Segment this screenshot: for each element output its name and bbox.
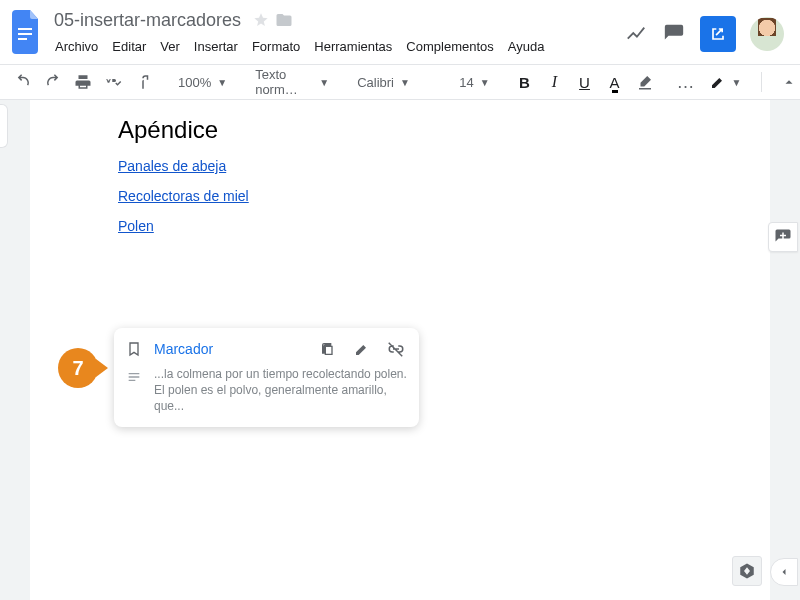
toolbar: 100%▼ Texto norm…▼ Calibri▼ 14▼ B I U A … [0, 64, 800, 100]
font-select[interactable]: Calibri▼ [351, 69, 437, 95]
link-panales[interactable]: Panales de abeja [118, 158, 770, 174]
link-recolectoras[interactable]: Recolectoras de miel [118, 188, 770, 204]
edit-bookmark-button[interactable] [351, 338, 373, 360]
menu-complementos[interactable]: Complementos [399, 35, 500, 58]
font-size-value: 14 [459, 75, 473, 90]
text-color-glyph: A [610, 74, 620, 91]
collapse-toolbar-button[interactable] [776, 69, 800, 95]
comments-icon[interactable] [662, 22, 686, 46]
menu-insertar[interactable]: Insertar [187, 35, 245, 58]
print-button[interactable] [70, 69, 96, 95]
outline-toggle[interactable] [0, 104, 8, 148]
heading-apendice[interactable]: Apéndice [118, 116, 770, 144]
highlight-color-button[interactable] [632, 69, 658, 95]
italic-button[interactable]: I [542, 69, 568, 95]
caret-down-icon: ▼ [319, 77, 329, 88]
docs-logo[interactable] [6, 6, 46, 58]
spellcheck-button[interactable] [100, 69, 126, 95]
menu-herramientas[interactable]: Herramientas [307, 35, 399, 58]
move-folder-icon[interactable] [275, 11, 293, 29]
bold-button[interactable]: B [512, 69, 538, 95]
menubar: Archivo Editar Ver Insertar Formato Herr… [48, 34, 624, 58]
svg-rect-0 [18, 28, 32, 30]
underline-button[interactable]: U [572, 69, 598, 95]
text-color-button[interactable]: A [602, 69, 628, 95]
redo-button[interactable] [40, 69, 66, 95]
remove-link-button[interactable] [385, 338, 407, 360]
copy-link-button[interactable] [317, 338, 339, 360]
bookmark-popover: Marcador ...la colmena por un tiempo rec… [114, 328, 419, 427]
explore-button[interactable] [732, 556, 762, 586]
editing-mode-select[interactable]: ▼ [704, 69, 748, 95]
paragraph-style-value: Texto norm… [255, 67, 313, 97]
tutorial-step-badge: 7 [58, 348, 98, 388]
menu-ayuda[interactable]: Ayuda [501, 35, 552, 58]
font-value: Calibri [357, 75, 394, 90]
more-tools-button[interactable]: … [674, 69, 700, 95]
zoom-value: 100% [178, 75, 211, 90]
bookmark-snippet: ...la colmena por un tiempo recolectando… [154, 366, 407, 415]
bookmark-link[interactable]: Marcador [154, 341, 213, 357]
add-comment-side-button[interactable] [768, 222, 798, 252]
paragraph-style-select[interactable]: Texto norm…▼ [249, 69, 335, 95]
caret-down-icon: ▼ [480, 77, 490, 88]
account-avatar[interactable] [750, 17, 784, 51]
caret-down-icon: ▼ [400, 77, 410, 88]
bookmark-icon [126, 341, 142, 357]
zoom-select[interactable]: 100%▼ [172, 69, 233, 95]
snippet-icon [126, 369, 142, 385]
undo-button[interactable] [10, 69, 36, 95]
star-icon[interactable] [253, 12, 269, 28]
hide-side-panel-button[interactable] [770, 558, 798, 586]
link-polen[interactable]: Polen [118, 218, 770, 234]
menu-editar[interactable]: Editar [105, 35, 153, 58]
caret-down-icon: ▼ [732, 77, 742, 88]
menu-formato[interactable]: Formato [245, 35, 307, 58]
caret-down-icon: ▼ [217, 77, 227, 88]
svg-rect-2 [18, 38, 27, 40]
paint-format-button[interactable] [130, 69, 156, 95]
menu-ver[interactable]: Ver [153, 35, 187, 58]
menu-archivo[interactable]: Archivo [48, 35, 105, 58]
svg-rect-1 [18, 33, 32, 35]
activity-icon[interactable] [624, 22, 648, 46]
font-size-select[interactable]: 14▼ [453, 69, 495, 95]
share-button[interactable] [700, 16, 736, 52]
doc-title[interactable]: 05-insertar-marcadores [48, 10, 247, 31]
